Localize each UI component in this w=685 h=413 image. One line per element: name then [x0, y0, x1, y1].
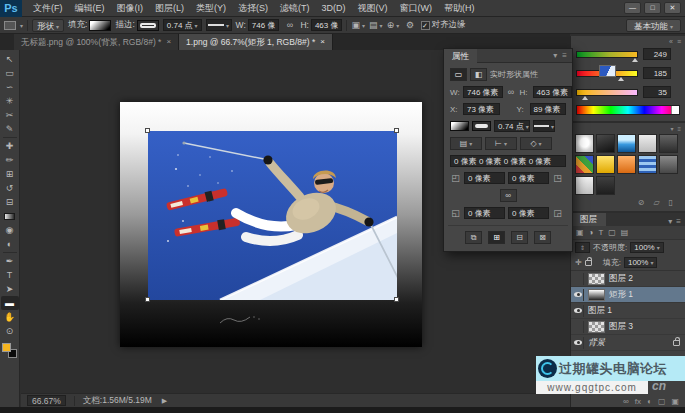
layer-thumbnail[interactable] [599, 65, 616, 77]
corner-top-left-input[interactable]: 0 像素 [464, 172, 505, 184]
menu-help[interactable]: 帮助(H) [438, 0, 481, 17]
gradient-tool-icon[interactable] [1, 209, 19, 223]
blend-mode-select[interactable]: ⇕ [575, 242, 590, 253]
menu-view[interactable]: 视图(V) [352, 0, 394, 17]
style-thumbnail[interactable] [596, 176, 615, 195]
width-input[interactable]: 746 像 [248, 19, 280, 31]
collapse-panel-icon[interactable]: ▾ [553, 51, 557, 60]
menu-type[interactable]: 类型(Y) [190, 0, 232, 17]
shape-anchor-handle[interactable] [145, 128, 150, 133]
shape-anchor-handle[interactable] [145, 297, 150, 302]
layer-style-fx-icon[interactable]: fx [635, 397, 641, 406]
marquee-tool-icon[interactable]: ▭ [1, 66, 19, 80]
panel-menu-icon[interactable]: ≡ [676, 217, 681, 226]
pen-tool-icon[interactable]: ✒ [1, 254, 19, 268]
live-shape-icon[interactable]: ▭ [450, 68, 467, 81]
layers-tab[interactable]: 图层 [571, 213, 606, 226]
stroke-caps-select[interactable]: ⊢ [485, 137, 517, 150]
collapse-panel-icon[interactable]: ▾ [670, 125, 673, 132]
zoom-tool-icon[interactable]: ⊙ [1, 324, 19, 338]
layer-row-selected[interactable]: 矩形 1 [571, 287, 685, 303]
layer-row[interactable]: 图层 3 [571, 319, 685, 335]
corner-bottom-left-input[interactable]: 0 像素 [464, 207, 505, 219]
adjustment-layer-icon[interactable]: ◐ [647, 397, 652, 406]
blue-slider[interactable] [576, 89, 638, 96]
visibility-toggle[interactable] [573, 305, 584, 317]
layer-thumbnail[interactable] [588, 289, 605, 301]
layer-row[interactable]: 图层 1 [571, 303, 685, 319]
menu-3d[interactable]: 3D(D) [316, 0, 352, 17]
filter-adjustment-layers-icon[interactable]: ◑ [589, 228, 594, 237]
filter-type-layers-icon[interactable]: T [598, 228, 603, 237]
fill-input[interactable]: 100% [624, 257, 657, 268]
path-selection-tool-icon[interactable]: ➤ [1, 282, 19, 296]
layer-thumbnail[interactable] [588, 321, 605, 333]
pathfinder-subtract-icon[interactable]: ⊞ [488, 231, 505, 244]
white-swatch[interactable] [671, 106, 679, 114]
history-brush-tool-icon[interactable]: ↺ [1, 181, 19, 195]
dock-menu-icon[interactable]: ≡ [677, 38, 681, 45]
layer-name[interactable]: 矩形 1 [609, 289, 633, 301]
style-thumbnail[interactable] [575, 176, 594, 195]
link-layers-icon[interactable]: ∞ [623, 397, 629, 406]
style-thumbnail[interactable] [659, 155, 678, 174]
shape-stroke-style-select[interactable] [533, 120, 555, 132]
layer-name[interactable]: 图层 2 [609, 273, 633, 285]
path-alignment-icon[interactable]: ▤ [369, 19, 383, 32]
pathfinder-exclude-icon[interactable]: ⊠ [534, 231, 551, 244]
pathfinder-combine-icon[interactable]: ⧉ [465, 231, 482, 244]
new-folder-icon[interactable]: ▱ [653, 198, 659, 207]
crop-tool-icon[interactable]: ✂ [1, 108, 19, 122]
foreground-color-swatch[interactable] [2, 343, 11, 352]
visibility-toggle[interactable] [573, 321, 584, 333]
lock-position-icon[interactable]: ✛ [575, 258, 582, 267]
document-canvas[interactable] [120, 102, 422, 347]
type-tool-icon[interactable]: T [1, 268, 19, 282]
align-edges-control[interactable]: ✓ 对齐边缘 [421, 19, 466, 31]
maximize-button[interactable]: □ [644, 2, 661, 14]
align-edges-checkbox[interactable]: ✓ [421, 21, 430, 30]
move-tool-icon[interactable]: ↖ [1, 52, 19, 66]
shape-width-input[interactable]: 746 像素 [463, 86, 503, 98]
layer-thumbnail[interactable] [588, 273, 605, 285]
quick-selection-tool-icon[interactable]: ✳ [1, 94, 19, 108]
dodge-tool-icon[interactable]: ◐ [1, 237, 19, 251]
layer-name[interactable]: 图层 1 [588, 305, 612, 317]
shape-settings-gear-icon[interactable]: ⚙ [404, 19, 417, 32]
collapse-panel-icon[interactable]: ▾ [668, 217, 672, 226]
collapse-panels-icon[interactable]: « [669, 38, 673, 45]
shape-anchor-handle[interactable] [394, 128, 399, 133]
healing-brush-tool-icon[interactable]: ✚ [1, 139, 19, 153]
filter-pixel-layers-icon[interactable]: ▣ [576, 228, 584, 237]
document-tab-untitled[interactable]: 无标题.png @ 100%(背景, RGB/8#) * × [14, 34, 179, 50]
mask-properties-icon[interactable]: ◧ [470, 68, 487, 81]
background-layer-row[interactable]: 背景 [571, 335, 685, 351]
shape-stroke-width-input[interactable]: 0.74 点 [494, 120, 530, 132]
visibility-toggle[interactable] [573, 289, 584, 301]
clear-style-icon[interactable]: ⊘ [638, 198, 645, 207]
filter-smart-objects-icon[interactable]: ▤ [621, 228, 629, 237]
menu-file[interactable]: 文件(F) [27, 0, 69, 17]
brush-tool-icon[interactable]: ✏ [1, 153, 19, 167]
zoom-level-input[interactable]: 66.67% [27, 395, 66, 406]
shape-x-input[interactable]: 73 像素 [463, 103, 500, 115]
visibility-toggle[interactable] [573, 273, 584, 285]
height-input[interactable]: 463 像 [311, 19, 343, 31]
shape-y-input[interactable]: 89 像素 [530, 103, 567, 115]
layer-name[interactable]: 背景 [588, 337, 605, 349]
style-thumbnail[interactable] [659, 134, 678, 153]
fill-swatch[interactable] [89, 20, 111, 31]
eyedropper-tool-icon[interactable]: ✎ [1, 122, 19, 136]
stroke-style-select[interactable] [206, 19, 232, 31]
rectangle-tool-icon[interactable]: ▬ [1, 296, 19, 310]
shape-anchor-handle[interactable] [394, 297, 399, 302]
link-corner-radii-button[interactable]: ∞ [500, 189, 517, 202]
menu-edit[interactable]: 编辑(E) [69, 0, 111, 17]
green-value-input[interactable]: 185 [643, 67, 671, 79]
lock-all-icon[interactable] [585, 260, 592, 266]
visibility-toggle[interactable] [573, 337, 584, 349]
red-value-input[interactable]: 249 [643, 48, 671, 60]
opacity-input[interactable]: 100% [630, 242, 663, 253]
hand-tool-icon[interactable]: ✋ [1, 310, 19, 324]
tool-mode-select[interactable]: 形状 [32, 19, 64, 32]
